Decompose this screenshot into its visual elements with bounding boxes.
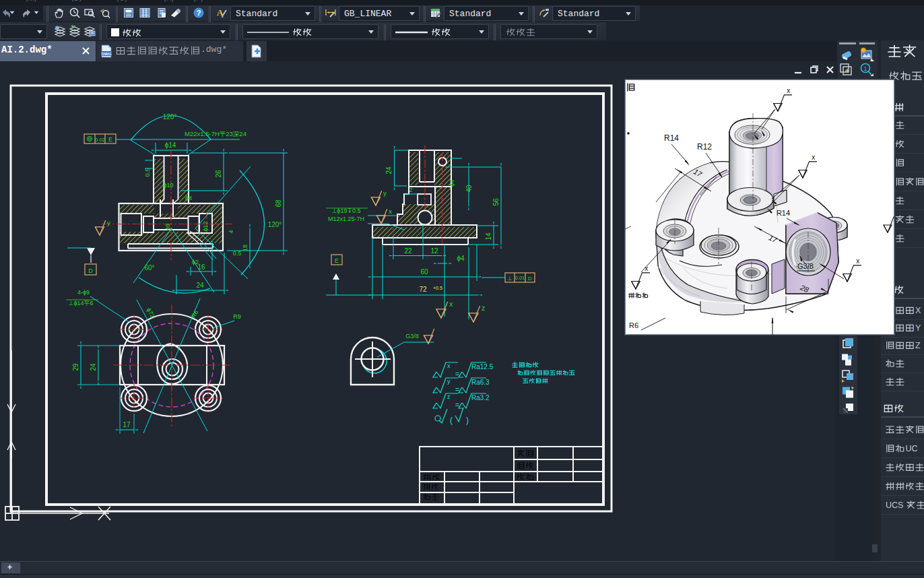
svg-text:ϕ2: ϕ2 [192,259,199,265]
svg-text:26: 26 [215,170,222,178]
svg-text:56: 56 [492,198,500,206]
svg-text:2: 2 [409,187,412,193]
svg-text:R6: R6 [629,321,638,329]
svg-text:0.02: 0.02 [95,137,106,143]
svg-text:UC: UC [905,444,917,453]
svg-text:24: 24 [385,166,393,174]
svg-text:ϕ4: ϕ4 [449,180,455,187]
svg-text:x: x [389,207,392,215]
svg-text:): ) [466,416,469,425]
svg-text:Ra6.3: Ra6.3 [471,379,490,386]
svg-text:⊥ϕ19↧0.5: ⊥ϕ19↧0.5 [332,207,361,214]
svg-text:G3/8: G3/8 [797,262,814,270]
svg-text:DWG: DWG [102,52,112,56]
svg-text:ϕ10: ϕ10 [163,182,173,189]
svg-text:Y: Y [915,323,921,333]
svg-text:0.01: 0.01 [515,275,525,281]
svg-text:0.5: 0.5 [144,168,151,177]
svg-text:x: x [812,154,815,161]
svg-text:R9: R9 [233,313,241,320]
svg-text:Ra12.5: Ra12.5 [471,363,494,371]
svg-text:X: X [915,306,921,315]
svg-text:Z: Z [915,341,921,350]
svg-text:+0.5: +0.5 [433,286,442,290]
svg-text:120°: 120° [163,113,177,121]
svg-text:17: 17 [123,421,131,428]
svg-text:18: 18 [242,245,249,251]
svg-text:40: 40 [465,185,473,193]
svg-text:x: x [856,257,859,265]
svg-text:y: y [447,378,451,385]
svg-text:24: 24 [90,363,97,371]
svg-text:ϕ9: ϕ9 [164,224,171,230]
svg-text:x: x [449,300,453,308]
svg-text:60°: 60° [144,264,154,271]
svg-text:1: 1 [863,65,867,72]
svg-text:120°: 120° [268,221,282,228]
svg-text:E: E [335,257,339,264]
svg-text:60: 60 [420,268,428,276]
svg-text:x: x [645,265,648,272]
svg-text:72: 72 [419,286,427,293]
svg-text:(: ( [450,416,453,425]
svg-text:x: x [447,362,451,369]
svg-text:⊥: ⊥ [507,275,513,282]
svg-text:14: 14 [485,232,492,240]
svg-text:0.5: 0.5 [233,250,242,257]
svg-text:y: y [107,219,110,226]
svg-text:⊥ϕ14平6: ⊥ϕ14平6 [69,300,94,307]
svg-text:?: ? [197,9,201,17]
svg-text:4-ϕ9: 4-ϕ9 [77,289,90,296]
svg-text:R14: R14 [664,133,679,143]
svg-text:z: z [447,393,451,400]
svg-text:4: 4 [228,230,234,233]
svg-text:G3/8: G3/8 [405,333,419,340]
svg-text:16: 16 [197,263,205,271]
svg-text:UCS: UCS [886,501,903,510]
svg-text:ϕ4: ϕ4 [457,255,465,262]
svg-text:29: 29 [72,363,79,371]
svg-text:x: x [787,87,790,94]
svg-text:M12x1.25-7H: M12x1.25-7H [328,216,364,222]
svg-text:D: D [528,276,532,282]
svg-text:ϕ12: ϕ12 [202,221,209,231]
svg-text:D: D [88,267,93,274]
svg-text:R14: R14 [777,209,790,217]
svg-text:68: 68 [275,199,282,207]
svg-text:Ra3.2: Ra3.2 [471,394,490,402]
svg-text:z: z [482,304,485,312]
svg-text:24: 24 [196,282,204,289]
svg-text:22: 22 [404,247,412,255]
svg-text:y: y [383,189,387,197]
svg-text:E: E [108,136,112,143]
svg-text:R12: R12 [697,142,712,152]
svg-text:12: 12 [430,247,438,255]
svg-text:ϕ4: ϕ4 [185,195,192,201]
svg-text:M22x1.5-7H平23深24: M22x1.5-7H平23深24 [185,130,246,137]
svg-text:ϕ14: ϕ14 [165,141,176,149]
